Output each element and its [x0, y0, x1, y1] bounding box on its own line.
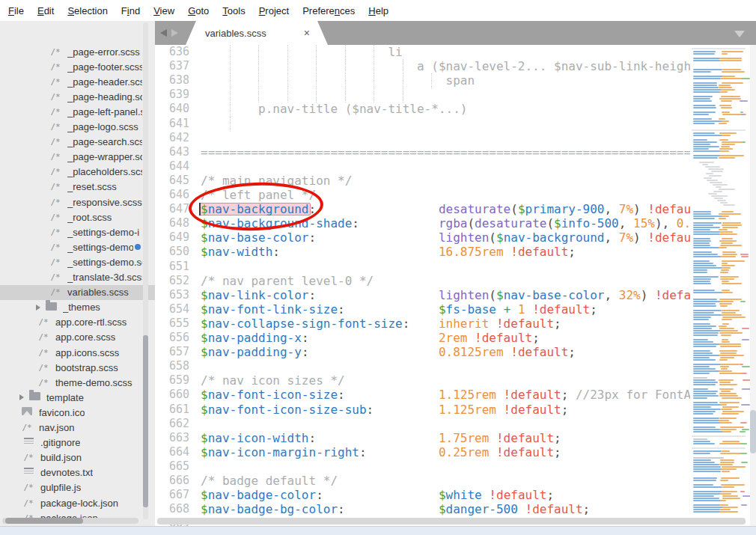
- menu-item-preferences[interactable]: Preferences: [296, 2, 362, 19]
- sidebar-item--placeholders-scss[interactable]: /*_placeholders.scss: [0, 165, 155, 180]
- sidebar-item--page-error-scss[interactable]: /*_page-error.scss: [0, 44, 155, 59]
- code-text: $nav-font-icon-size-sub: 1.125rem !defau…: [201, 403, 568, 417]
- sidebar-item--root-scss[interactable]: /*_root.scss: [0, 210, 155, 224]
- sidebar-item-gulpfile-js[interactable]: /*gulpfile.js: [0, 480, 155, 495]
- sidebar-vscrollbar-thumb[interactable]: [143, 335, 148, 507]
- code-line-640[interactable]: 640 p.nav-title ($nav-title-*...): [155, 102, 690, 117]
- menu-item-help[interactable]: Help: [362, 2, 395, 19]
- line-number: 643: [155, 145, 189, 159]
- menu-item-file[interactable]: File: [1, 2, 31, 19]
- sidebar-item--translate-3d-scss[interactable]: /*_translate-3d.scss: [0, 270, 155, 285]
- sidebar-item--page-footer-scss[interactable]: /*_page-footer.scss: [0, 59, 155, 74]
- code-line-665[interactable]: 665: [155, 459, 690, 474]
- sidebar-item--page-search-scss[interactable]: /*_page-search.scss: [0, 135, 155, 150]
- sidebar-item--page-logo-scss[interactable]: /*_page-logo.scss: [0, 120, 155, 135]
- code-line-652[interactable]: 652/* nav parent level-0 */: [155, 274, 690, 289]
- code-line-663[interactable]: 663$nav-icon-width: 1.75rem !default;: [155, 431, 690, 446]
- code-line-638[interactable]: 638 span: [155, 73, 690, 88]
- disclosure-arrow-icon[interactable]: [36, 305, 40, 311]
- minimap-line: [719, 402, 740, 403]
- line-number: 659: [155, 373, 189, 388]
- sidebar-item-app-core-rtl-scss[interactable]: /*app.core-rtl.scss: [0, 315, 155, 330]
- code-line-637[interactable]: 637 a ($nav-level-2... $nav-sub-link-hei…: [155, 59, 690, 74]
- minimap-line: [719, 464, 733, 465]
- sidebar-item--reset-scss[interactable]: /*_reset.scss: [0, 180, 155, 195]
- sidebar-item-favicon-ico[interactable]: favicon.ico: [0, 405, 155, 420]
- scss-file-icon: /*: [48, 198, 63, 207]
- minimap-line: [719, 350, 737, 352]
- tab-overflow-icon[interactable]: [734, 31, 745, 37]
- menu-item-view[interactable]: View: [147, 2, 181, 19]
- tab-history-forward-icon[interactable]: [171, 29, 178, 37]
- sidebar-item--settings-demo-m[interactable]: /*_settings-demo-m: [0, 239, 155, 254]
- code-line-656[interactable]: 656$nav-padding-x: 2rem !default;: [155, 331, 690, 346]
- sidebar-item-build-json[interactable]: /*build.json: [0, 450, 155, 465]
- minimap-line: [693, 431, 724, 432]
- sidebar-item-package-lock-json[interactable]: /*package-lock.json: [0, 495, 155, 510]
- code-line-651[interactable]: 651: [155, 260, 690, 275]
- code-line-657[interactable]: 657$nav-padding-y: 0.8125rem !default;: [155, 345, 690, 360]
- tab-variables-scss[interactable]: variables.scss ×: [186, 21, 328, 45]
- sidebar-item-bootstrap-scss[interactable]: /*bootstrap.scss: [0, 360, 155, 375]
- code-line-666[interactable]: 666/* badge default */: [155, 474, 690, 489]
- sidebar-item--gitignore[interactable]: .gitignore: [0, 435, 155, 450]
- tab-close-icon[interactable]: ×: [304, 27, 310, 39]
- code-line-661[interactable]: 661$nav-font-icon-size-sub: 1.125rem !de…: [155, 403, 690, 418]
- code-line-667[interactable]: 667$nav-badge-color: $white !default;: [155, 488, 690, 503]
- code-line-653[interactable]: 653$nav-link-color: lighten($nav-base-co…: [155, 288, 690, 303]
- code-editor[interactable]: 636 li637 a ($nav-level-2... $nav-sub-li…: [155, 45, 756, 526]
- code-area[interactable]: 636 li637 a ($nav-level-2... $nav-sub-li…: [155, 45, 690, 526]
- code-line-659[interactable]: 659/* nav icon sizes */: [155, 373, 690, 388]
- code-line-655[interactable]: 655$nav-collapse-sign-font-size: inherit…: [155, 317, 690, 331]
- code-line-642[interactable]: 642: [155, 131, 690, 146]
- sidebar-item--page-left-panel-scss[interactable]: /*_page-left-panel.scss: [0, 104, 155, 119]
- code-line-644[interactable]: 644: [155, 159, 690, 174]
- disclosure-arrow-icon[interactable]: [19, 394, 24, 400]
- code-line-643[interactable]: 643=====================================…: [155, 145, 690, 160]
- code-line-658[interactable]: 658: [155, 359, 690, 374]
- menu-item-project[interactable]: Project: [252, 2, 296, 19]
- editor-vscrollbar-track[interactable]: [750, 45, 756, 526]
- sidebar-item-app-icons-scss[interactable]: /*app.icons.scss: [0, 345, 155, 360]
- sidebar-hscrollbar-thumb[interactable]: [5, 518, 83, 524]
- minimap-line: [721, 368, 727, 370]
- menu-item-selection[interactable]: Selection: [61, 2, 114, 19]
- tab-history-back-icon[interactable]: [160, 29, 167, 37]
- editor-vscrollbar-thumb[interactable]: [750, 410, 756, 453]
- sidebar-folder-template[interactable]: template: [0, 390, 155, 405]
- menu-item-goto[interactable]: Goto: [181, 2, 216, 19]
- code-line-636[interactable]: 636 li: [155, 45, 690, 60]
- code-line-641[interactable]: 641: [155, 117, 690, 132]
- code-line-662[interactable]: 662: [155, 417, 690, 432]
- code-text: $nav-icon-margin-right: 0.25rem !default…: [201, 445, 561, 459]
- minimap-line: [693, 105, 716, 106]
- minimap-line: [693, 411, 716, 412]
- code-line-668[interactable]: 668$nav-badge-bg-color: $danger-500 !def…: [155, 502, 690, 517]
- line-number: 648: [155, 216, 189, 230]
- code-line-639[interactable]: 639: [155, 88, 690, 103]
- sidebar-item--settings-demo-scss[interactable]: /*_settings-demo.scss: [0, 254, 155, 269]
- code-line-660[interactable]: 660$nav-font-icon-size: 1.125rem !defaul…: [155, 388, 690, 403]
- sidebar-item--responsive-scss[interactable]: /*_responsive.scss: [0, 195, 155, 210]
- code-line-654[interactable]: 654$nav-font-link-size: $fs-base + 1 !de…: [155, 302, 690, 317]
- sidebar-item--settings-demo-i[interactable]: /*_settings-demo-i: [0, 224, 155, 239]
- code-line-650[interactable]: 650$nav-width: 16.875rem !default;: [155, 245, 690, 260]
- sidebar-item-app-core-scss[interactable]: /*app.core.scss: [0, 330, 155, 345]
- menu-item-find[interactable]: Find: [115, 2, 147, 19]
- sidebar-item-devnotes-txt[interactable]: devnotes.txt: [0, 465, 155, 480]
- menu-item-tools[interactable]: Tools: [216, 2, 252, 19]
- minimap-line: [740, 364, 743, 365]
- sidebar-item--page-wrapper-scss[interactable]: /*_page-wrapper.scss: [0, 150, 155, 165]
- sidebar-item--page-header-scss[interactable]: /*_page-header.scss: [0, 74, 155, 89]
- code-line-649[interactable]: 649$nav-base-color: lighten($nav-backgro…: [155, 230, 690, 245]
- sidebar-item-nav-json[interactable]: /*nav.json: [0, 421, 155, 435]
- sidebar-folder--themes[interactable]: _themes: [0, 300, 155, 315]
- minimap-line: [693, 325, 716, 327]
- sidebar-item--page-heading-scss[interactable]: /*_page-heading.scss: [0, 89, 155, 104]
- minimap[interactable]: [692, 46, 750, 516]
- menu-item-edit[interactable]: Edit: [31, 2, 61, 19]
- sidebar-item-theme-demo-scss[interactable]: /*theme-demo.scss: [0, 375, 155, 390]
- editor-hscrollbar-thumb[interactable]: [157, 518, 746, 525]
- sidebar-item-variables-scss[interactable]: /*variables.scss: [0, 285, 155, 300]
- code-line-664[interactable]: 664$nav-icon-margin-right: 0.25rem !defa…: [155, 445, 690, 460]
